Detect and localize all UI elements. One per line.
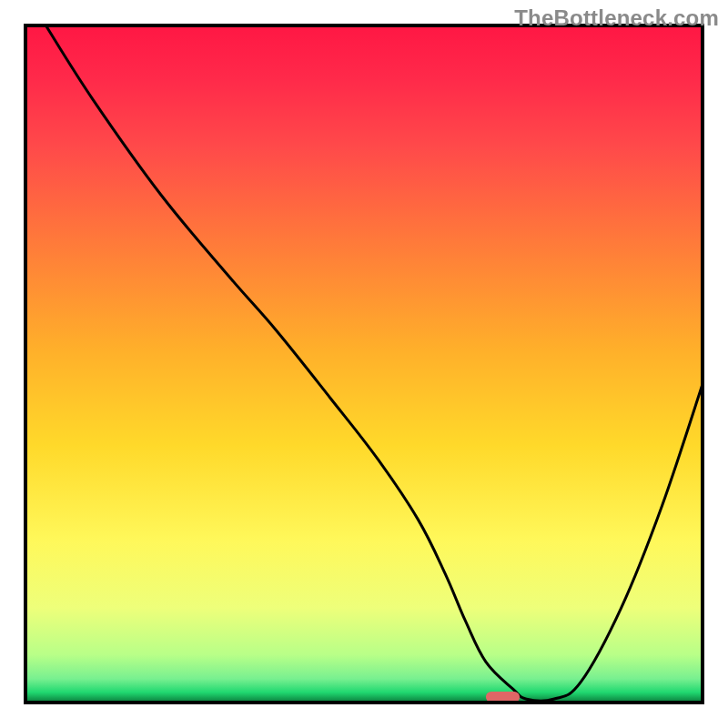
chart-svg [0, 0, 728, 728]
watermark-text: TheBottleneck.com [514, 5, 719, 31]
gradient-background [25, 25, 703, 703]
bottleneck-chart: TheBottleneck.com [0, 0, 728, 728]
